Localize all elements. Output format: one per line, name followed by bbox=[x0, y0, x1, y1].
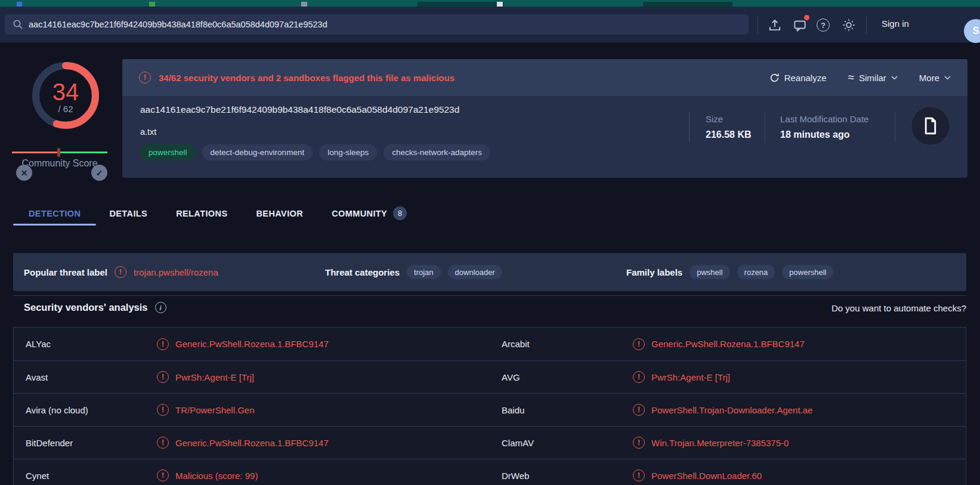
vendor-name: AVG bbox=[490, 361, 633, 393]
community-count-badge: 8 bbox=[393, 206, 407, 220]
tag-powershell[interactable]: powershell bbox=[140, 144, 196, 160]
vendor-name: Baidu bbox=[490, 394, 633, 426]
detection-score-donut: 34 / 62 bbox=[29, 58, 103, 132]
table-row: Cynet !Malicious (score: 99) DrWeb !Powe… bbox=[14, 459, 966, 485]
document-icon bbox=[920, 116, 941, 136]
tag-detect-debug-environment[interactable]: detect-debug-environment bbox=[202, 144, 313, 160]
detection-result: PowerShell.DownLoader.60 bbox=[651, 471, 762, 481]
vendor-name: Cynet bbox=[14, 459, 157, 485]
slider-positive-half bbox=[60, 152, 107, 153]
vote-malicious-icon[interactable]: ✕ bbox=[16, 165, 32, 181]
last-modification-value: 18 minutes ago bbox=[780, 129, 849, 140]
popular-threat-label: Popular threat label bbox=[24, 267, 107, 277]
alert-icon: ! bbox=[633, 404, 645, 416]
upload-icon[interactable] bbox=[767, 17, 783, 33]
category-trojan[interactable]: trojan bbox=[407, 265, 441, 279]
search-icon bbox=[13, 19, 23, 30]
feedback-icon[interactable] bbox=[792, 17, 808, 33]
tab-details[interactable]: DETAILS bbox=[109, 201, 147, 225]
divider bbox=[866, 16, 867, 33]
report-tabs: DETECTION DETAILS RELATIONS BEHAVIOR COM… bbox=[13, 201, 407, 225]
alert-icon: ! bbox=[157, 338, 169, 350]
more-button[interactable]: More bbox=[919, 73, 951, 83]
vendor-name: Arcabit bbox=[490, 328, 633, 360]
chevron-down-icon bbox=[944, 76, 951, 80]
file-summary-card: ! 34/62 security vendors and 2 sandboxes… bbox=[122, 59, 967, 178]
family-powershell[interactable]: powershell bbox=[782, 265, 833, 279]
vendor-name: BitDefender bbox=[14, 427, 157, 459]
tag-long-sleeps[interactable]: long-sleeps bbox=[319, 144, 377, 160]
table-row: Avira (no cloud) !TR/PowerShell.Gen Baid… bbox=[14, 393, 966, 426]
family-rozena[interactable]: rozena bbox=[737, 265, 775, 279]
help-icon[interactable]: ? bbox=[817, 18, 832, 34]
community-score-label: Community Score bbox=[21, 157, 98, 169]
detection-banner: ! 34/62 security vendors and 2 sandboxes… bbox=[122, 59, 967, 96]
chevron-down-icon bbox=[891, 76, 898, 80]
score-total: / 62 bbox=[29, 104, 103, 114]
alert-icon: ! bbox=[139, 72, 151, 84]
alert-icon: ! bbox=[157, 437, 169, 449]
file-name: a.txt bbox=[140, 127, 156, 137]
vendor-name: Avast bbox=[14, 361, 157, 393]
divider bbox=[13, 295, 966, 296]
community-score-slider bbox=[12, 152, 107, 153]
detection-result: PwrSh:Agent-E [Trj] bbox=[175, 372, 254, 382]
tag-checks-network-adapters[interactable]: checks-network-adapters bbox=[384, 144, 490, 160]
file-hash: aac14161eac9c7be21f6f942409b9b438a418f8e… bbox=[140, 104, 459, 115]
vendor-name: Avira (no cloud) bbox=[14, 394, 157, 426]
theme-toggle-icon[interactable] bbox=[841, 17, 857, 33]
detection-result: Malicious (score: 99) bbox=[175, 471, 258, 481]
tab-detection[interactable]: DETECTION bbox=[29, 201, 81, 225]
threat-classification-bar: Popular threat label ! trojan.pwshell/ro… bbox=[13, 253, 966, 291]
alert-icon: ! bbox=[633, 371, 645, 383]
sign-in-button[interactable]: Sign in bbox=[882, 18, 909, 29]
info-icon[interactable]: i bbox=[155, 302, 166, 313]
size-label: Size bbox=[706, 114, 723, 124]
tab-mark bbox=[643, 2, 732, 7]
detection-result: PowerShell.Trojan-Downloader.Agent.ae bbox=[651, 405, 812, 415]
detection-result: Generic.PwShell.Rozena.1.BFBC9147 bbox=[175, 438, 329, 448]
automate-checks-link[interactable]: Do you want to automate checks? bbox=[831, 303, 966, 313]
tab-relations[interactable]: RELATIONS bbox=[176, 201, 227, 225]
detection-result: Generic.PwShell.Rozena.1.BFBC9147 bbox=[175, 339, 329, 349]
alert-icon: ! bbox=[157, 371, 169, 383]
virustotal-file-report-page: ? Sign in S 34 / 62 Community Score ✕ ✓ … bbox=[0, 0, 980, 485]
similar-button[interactable]: ≈ Similar bbox=[848, 73, 898, 83]
alert-icon: ! bbox=[633, 338, 645, 350]
alert-icon: ! bbox=[157, 469, 169, 481]
banner-message: 34/62 security vendors and 2 sandboxes f… bbox=[159, 73, 455, 83]
alert-icon: ! bbox=[633, 469, 645, 481]
vendor-name: DrWeb bbox=[490, 459, 633, 485]
tab-behavior[interactable]: BEHAVIOR bbox=[256, 201, 303, 225]
notification-dot bbox=[804, 15, 809, 20]
category-downloader[interactable]: downloader bbox=[448, 265, 502, 279]
reanalyze-button[interactable]: Reanalyze bbox=[769, 73, 827, 83]
favicon-mark bbox=[497, 2, 503, 7]
slider-negative-half bbox=[12, 152, 60, 153]
search-input[interactable] bbox=[29, 14, 738, 35]
favicon-mark bbox=[17, 2, 22, 7]
vote-harmless-icon[interactable]: ✓ bbox=[91, 165, 107, 181]
favicon-mark bbox=[301, 2, 307, 7]
divider bbox=[765, 112, 765, 143]
family-pwshell[interactable]: pwshell bbox=[690, 265, 729, 279]
browser-tabs-strip bbox=[0, 0, 980, 7]
avatar[interactable]: S bbox=[964, 19, 980, 43]
refresh-icon bbox=[769, 73, 780, 83]
divider bbox=[895, 112, 895, 143]
detection-result: Win.Trojan.Meterpreter-7385375-0 bbox=[651, 438, 789, 448]
vendor-analysis-table: ALYac !Generic.PwShell.Rozena.1.BFBC9147… bbox=[13, 327, 966, 485]
table-row: BitDefender !Generic.PwShell.Rozena.1.BF… bbox=[14, 426, 966, 459]
favicon-mark bbox=[149, 2, 155, 7]
divider bbox=[689, 112, 690, 143]
search-box bbox=[5, 14, 749, 35]
file-type-badge bbox=[911, 106, 950, 146]
table-row: Avast !PwrSh:Agent-E [Trj] AVG !PwrSh:Ag… bbox=[14, 360, 966, 393]
last-modification-label: Last Modification Date bbox=[780, 114, 868, 124]
popular-threat-value: trojan.pwshell/rozena bbox=[134, 267, 218, 277]
table-row: ALYac !Generic.PwShell.Rozena.1.BFBC9147… bbox=[14, 328, 966, 360]
tab-community[interactable]: COMMUNITY 8 bbox=[332, 201, 407, 225]
tab-mark bbox=[418, 2, 504, 7]
vendor-name: ClamAV bbox=[490, 427, 633, 459]
tag-row: powershell detect-debug-environment long… bbox=[140, 144, 490, 160]
